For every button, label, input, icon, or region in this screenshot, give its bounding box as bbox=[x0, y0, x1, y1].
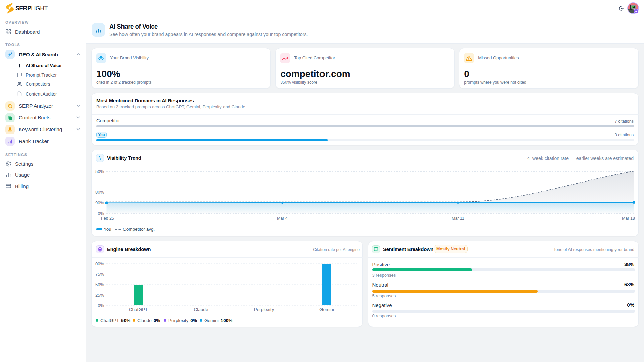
svg-text:ChatGPT: ChatGPT bbox=[129, 307, 148, 312]
svg-text:00%: 00% bbox=[95, 261, 104, 266]
svg-text:0%: 0% bbox=[98, 303, 104, 308]
svg-text:0%: 0% bbox=[98, 211, 104, 216]
svg-text:Mar 4: Mar 4 bbox=[277, 216, 288, 221]
svg-text:50%: 50% bbox=[95, 282, 104, 287]
svg-text:Perplexity: Perplexity bbox=[254, 307, 274, 312]
svg-text:25%: 25% bbox=[95, 292, 104, 297]
svg-text:90%: 90% bbox=[95, 200, 104, 205]
svg-text:80%: 80% bbox=[95, 190, 104, 195]
svg-text:Gemini: Gemini bbox=[319, 307, 334, 312]
svg-text:75%: 75% bbox=[95, 271, 104, 276]
svg-text:Mar 11: Mar 11 bbox=[452, 216, 464, 221]
svg-text:Claude: Claude bbox=[194, 307, 208, 312]
svg-text:Mar 18: Mar 18 bbox=[622, 216, 635, 221]
svg-text:Feb 25: Feb 25 bbox=[101, 216, 114, 221]
svg-text:50%: 50% bbox=[95, 169, 104, 174]
